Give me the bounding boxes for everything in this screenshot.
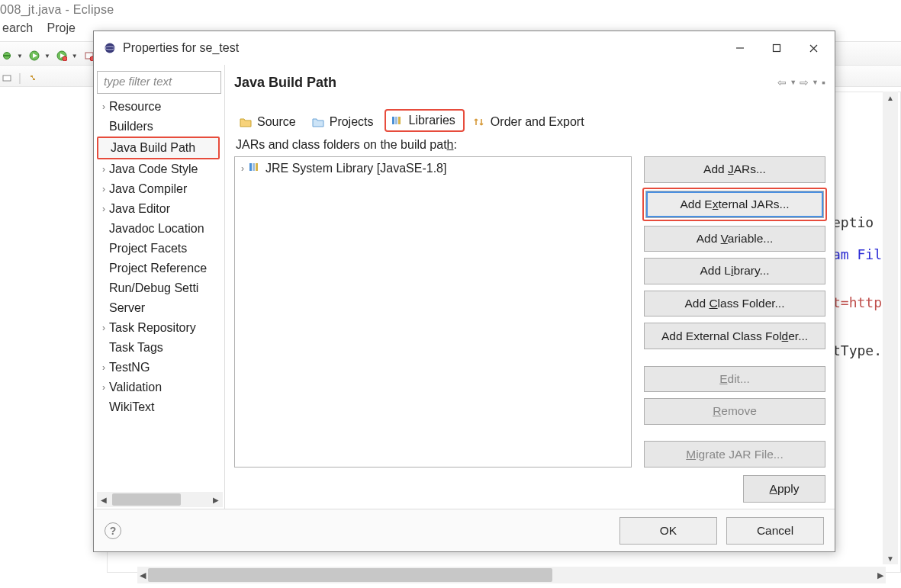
libraries-subtitle: JARs and class folders on the build path… <box>234 132 825 156</box>
add-external-class-folder-button[interactable]: Add External Class Folder... <box>644 323 825 349</box>
scrollbar-thumb[interactable] <box>112 493 181 506</box>
nav-java-editor[interactable]: ›Java Editor <box>97 199 223 219</box>
nav-java-code-style[interactable]: ›Java Code Style <box>97 159 223 179</box>
source-folder-icon <box>239 116 253 128</box>
scrollbar-thumb[interactable] <box>148 568 552 582</box>
scroll-up-icon[interactable]: ▲ <box>883 92 898 104</box>
edit-button: Edit... <box>644 366 825 393</box>
dialog-footer: ? OK Cancel <box>94 509 835 551</box>
add-library-button[interactable]: Add Library... <box>644 258 825 284</box>
svg-rect-21 <box>256 163 258 171</box>
nav-validation[interactable]: ›Validation <box>97 378 223 397</box>
dropdown-icon[interactable]: ▼ <box>790 79 796 86</box>
help-button[interactable]: ? <box>105 522 121 539</box>
package-icon[interactable] <box>0 71 14 85</box>
nav-task-repository[interactable]: ›Task Repository <box>97 318 223 338</box>
dialog-titlebar[interactable]: Properties for se_test <box>94 31 835 65</box>
properties-dialog: Properties for se_test type filter text … <box>93 31 835 552</box>
svg-rect-19 <box>249 163 252 171</box>
svg-rect-9 <box>3 76 11 81</box>
order-export-icon <box>472 116 486 128</box>
dialog-title: Properties for se_test <box>123 41 239 55</box>
ok-button[interactable]: OK <box>619 517 717 545</box>
dropdown-icon[interactable]: ▼ <box>812 79 819 86</box>
eclipse-icon <box>103 41 117 55</box>
vertical-scrollbar[interactable]: ▲ ▼ <box>883 92 898 564</box>
nav-run-debug[interactable]: ›Run/Debug Setti <box>97 278 223 298</box>
add-jars-button[interactable]: Add JARs... <box>644 156 825 183</box>
eclipse-window-title: 008_jt.java - Eclipse <box>0 0 901 21</box>
library-icon <box>249 162 261 175</box>
libraries-list[interactable]: › JRE System Library [JavaSE-1.8] <box>234 156 632 468</box>
link-icon[interactable] <box>26 71 40 85</box>
libraries-icon <box>391 114 404 127</box>
dropdown-icon[interactable]: ▼ <box>72 53 78 59</box>
menu-search[interactable]: earch <box>2 21 33 34</box>
filter-input[interactable]: type filter text <box>97 71 221 94</box>
run-icon[interactable] <box>27 49 41 63</box>
maximize-button[interactable] <box>758 34 795 62</box>
add-variable-button[interactable]: Add Variable... <box>644 226 825 252</box>
cancel-button[interactable]: Cancel <box>726 517 824 545</box>
chevron-right-icon: › <box>241 163 244 174</box>
tab-projects[interactable]: Projects <box>307 112 381 132</box>
dropdown-icon[interactable]: ▼ <box>17 53 23 59</box>
migrate-jar-button: Migrate JAR File... <box>644 441 825 468</box>
minimize-button[interactable] <box>722 34 758 62</box>
menu-project[interactable]: Proje <box>47 21 75 34</box>
nav-javadoc-location[interactable]: ›Javadoc Location <box>97 219 223 239</box>
scroll-down-icon[interactable]: ▼ <box>883 552 898 564</box>
nav-task-tags[interactable]: ›Task Tags <box>97 338 223 358</box>
svg-rect-17 <box>395 117 397 124</box>
nav-server[interactable]: ›Server <box>97 298 223 318</box>
add-external-jars-highlight: Add External JARs... <box>642 188 827 221</box>
close-button[interactable] <box>795 34 832 62</box>
sidebar-scrollbar[interactable]: ◀ ▶ <box>97 492 223 507</box>
nav-project-references[interactable]: ›Project Reference <box>97 259 223 278</box>
projects-folder-icon <box>311 116 325 128</box>
svg-rect-18 <box>398 117 401 124</box>
forward-icon[interactable]: ⇨ <box>800 76 809 88</box>
tab-source[interactable]: Source <box>234 112 304 132</box>
nav-wikitext[interactable]: ›WikiText <box>97 397 223 417</box>
properties-sidebar: type filter text ›Resource ›Builders ›Ja… <box>94 65 225 509</box>
nav-project-facets[interactable]: ›Project Facets <box>97 239 223 259</box>
svg-rect-1 <box>3 55 11 56</box>
nav-builders[interactable]: ›Builders <box>97 117 223 137</box>
list-item[interactable]: › JRE System Library [JavaSE-1.8] <box>241 162 625 175</box>
svg-point-6 <box>63 56 67 61</box>
tab-bar: Source Projects Libraries Order and Expo… <box>234 109 825 132</box>
add-class-folder-button[interactable]: Add Class Folder... <box>644 291 825 317</box>
properties-tree[interactable]: ›Resource ›Builders ›Java Build Path ›Ja… <box>97 97 223 492</box>
libraries-buttons: Add JARs... Add External JARs... Add Var… <box>644 156 825 468</box>
svg-point-10 <box>105 43 115 53</box>
remove-button: Remove <box>644 398 825 425</box>
nav-java-build-path[interactable]: ›Java Build Path <box>97 137 220 159</box>
add-external-jars-button[interactable]: Add External JARs... <box>645 191 824 218</box>
horizontal-scrollbar[interactable]: ◀ ▶ <box>137 567 886 583</box>
nav-testng[interactable]: ›TestNG <box>97 358 223 378</box>
tab-libraries[interactable]: Libraries <box>385 109 465 132</box>
scroll-left-icon[interactable]: ◀ <box>97 493 111 506</box>
page-title: Java Build Path <box>234 75 336 91</box>
nav-java-compiler[interactable]: ›Java Compiler <box>97 179 223 199</box>
tab-order-export[interactable]: Order and Export <box>468 112 592 132</box>
nav-resource[interactable]: ›Resource <box>97 97 223 117</box>
back-icon[interactable]: ⇦ <box>777 76 787 88</box>
scroll-right-icon[interactable]: ▶ <box>209 493 223 506</box>
properties-main: Java Build Path ⇦▼ ⇨▼ ▪ Source Projects <box>225 65 835 509</box>
svg-rect-16 <box>392 117 394 124</box>
svg-rect-13 <box>774 45 780 52</box>
nav-buttons[interactable]: ⇦▼ ⇨▼ ▪ <box>777 76 825 88</box>
apply-button[interactable]: Apply <box>743 475 825 503</box>
scroll-left-icon[interactable]: ◀ <box>137 568 148 582</box>
debug-icon[interactable] <box>0 49 14 63</box>
scroll-right-icon[interactable]: ▶ <box>875 568 886 582</box>
dropdown-icon[interactable]: ▼ <box>44 53 50 59</box>
run-last-icon[interactable] <box>55 49 69 63</box>
svg-rect-20 <box>253 163 255 171</box>
